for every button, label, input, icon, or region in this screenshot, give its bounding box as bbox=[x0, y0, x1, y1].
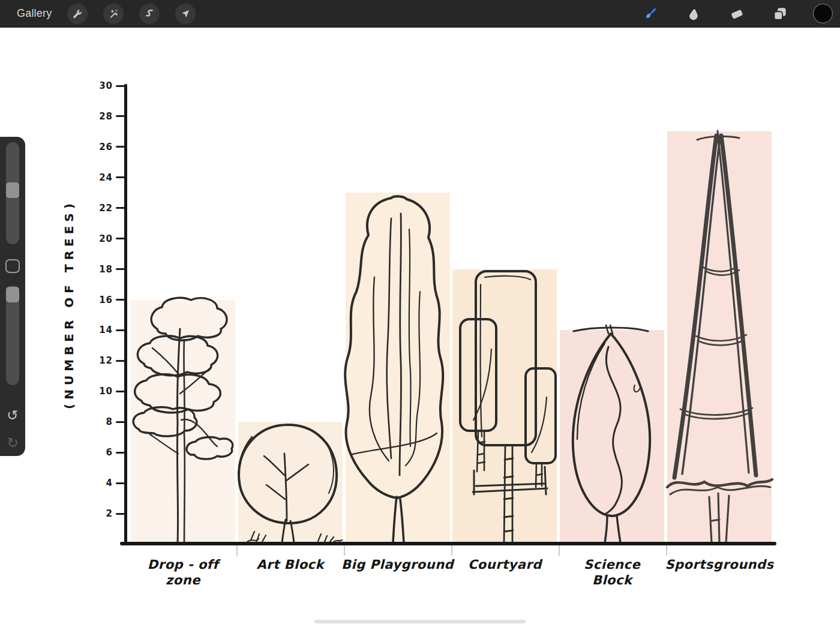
wrench-icon bbox=[71, 8, 83, 20]
transform-arrow-icon bbox=[179, 8, 191, 20]
paint-tool-button[interactable] bbox=[640, 4, 661, 24]
toolbar-left-group: Gallery bbox=[0, 4, 196, 24]
selection-s-icon bbox=[143, 8, 155, 20]
eraser-icon bbox=[728, 5, 745, 22]
x-category-label: Art Block bbox=[231, 557, 350, 572]
brush-sidebar: ↺ ↺ bbox=[0, 137, 25, 456]
x-category-label: ScienceBlock bbox=[553, 557, 671, 588]
actions-button[interactable] bbox=[67, 4, 88, 24]
x-labels-layer: Drop - offzoneArt BlockBig PlaygroundCou… bbox=[0, 0, 840, 630]
opacity-slider-handle[interactable] bbox=[6, 287, 19, 302]
layers-icon bbox=[772, 5, 788, 22]
smudge-tool-button[interactable] bbox=[683, 4, 704, 24]
adjustments-button[interactable] bbox=[103, 4, 124, 24]
undo-button[interactable]: ↺ bbox=[0, 408, 25, 422]
color-swatch[interactable] bbox=[813, 4, 833, 23]
toolbar-right-group bbox=[640, 4, 840, 24]
top-toolbar: Gallery bbox=[0, 0, 840, 28]
paint-brush-icon bbox=[641, 5, 659, 23]
x-category-label: Big Playground bbox=[338, 557, 457, 572]
modify-button[interactable] bbox=[5, 259, 20, 273]
x-category-label: Drop - offzone bbox=[124, 557, 242, 588]
brush-size-slider-handle[interactable] bbox=[6, 182, 19, 198]
selection-button[interactable] bbox=[139, 4, 160, 24]
drawing-canvas[interactable]: 24681012141618202224262830 Drop - offzon… bbox=[0, 0, 840, 630]
x-category-label: Courtyard bbox=[445, 557, 564, 572]
magic-wand-icon bbox=[107, 8, 119, 20]
layers-button[interactable] bbox=[770, 4, 790, 24]
transform-button[interactable] bbox=[175, 4, 196, 24]
canvas-horizontal-scrollbar[interactable] bbox=[314, 620, 526, 623]
x-category-label: Sportsgrounds bbox=[660, 557, 779, 572]
smudge-icon bbox=[685, 5, 702, 22]
y-axis-title: (NUMBER OF TREES) bbox=[62, 166, 80, 442]
procreate-app: 24681012141618202224262830 Drop - offzon… bbox=[0, 0, 840, 630]
gallery-button[interactable]: Gallery bbox=[17, 7, 52, 20]
redo-button[interactable]: ↺ bbox=[0, 436, 25, 450]
eraser-tool-button[interactable] bbox=[727, 4, 747, 24]
